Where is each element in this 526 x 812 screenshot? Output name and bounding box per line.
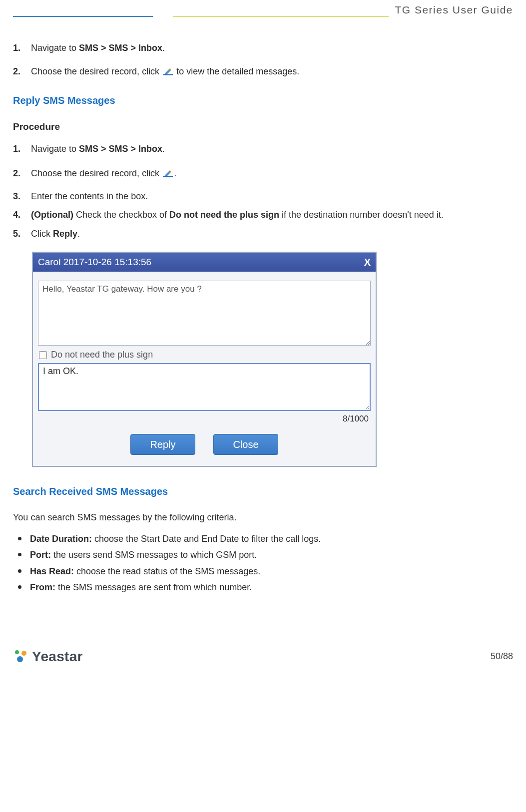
step-text: Navigate to SMS > SMS > Inbox. xyxy=(31,41,513,55)
main-content: 1. Navigate to SMS > SMS > Inbox. 2. Cho… xyxy=(0,17,526,601)
procedure-label: Procedure xyxy=(13,121,513,132)
text: Choose the desired record, click xyxy=(31,66,162,76)
header-divider-blue xyxy=(13,16,153,17)
char-counter: 8/1000 xyxy=(38,414,371,424)
svg-marker-1 xyxy=(165,69,170,74)
step-number: 2. xyxy=(13,64,31,79)
list-item: From: the SMS messages are sent from whi… xyxy=(14,579,513,595)
step-2: 2. Choose the desired record, click to v… xyxy=(13,64,513,79)
sms-reply-dialog: Carol 2017-10-26 15:13:56 X Hello, Yeast… xyxy=(32,252,377,467)
logo-icon xyxy=(13,649,28,664)
list-item: Has Read: choose the read status of the … xyxy=(14,563,513,579)
text: . xyxy=(162,144,165,154)
text: Navigate to xyxy=(31,144,79,154)
text: Check the checkbox of xyxy=(73,210,169,220)
page-title: TG Series User Guide xyxy=(395,4,513,17)
logo-text: Yeastar xyxy=(32,649,83,665)
dialog-buttons: Reply Close xyxy=(38,434,371,455)
criterion-desc: the SMS messages are sent from which num… xyxy=(55,582,252,592)
close-icon[interactable]: X xyxy=(364,257,371,268)
text: if the destination number doesn't need i… xyxy=(279,210,444,220)
plus-sign-checkbox[interactable] xyxy=(39,351,47,359)
step-3: 3. Enter the contents in the box. xyxy=(13,189,513,205)
yeastar-logo: Yeastar xyxy=(13,649,83,665)
dialog-title: Carol 2017-10-26 15:13:56 xyxy=(38,257,151,268)
step-number: 3. xyxy=(13,189,31,205)
page-footer: Yeastar 50/88 xyxy=(0,646,526,674)
reply-sms-steps: 1. Navigate to SMS > SMS > Inbox. 2. Cho… xyxy=(13,141,513,242)
step-text: (Optional) Check the checkbox of Do not … xyxy=(31,207,513,223)
criterion-desc: choose the read status of the SMS messag… xyxy=(74,566,260,576)
edit-icon xyxy=(163,167,173,175)
criterion-label: Date Duration: xyxy=(30,534,92,544)
reply-textarea[interactable]: I am OK. xyxy=(38,363,371,411)
step-text: Choose the desired record, click to view… xyxy=(31,64,513,79)
text: . xyxy=(162,43,165,53)
plus-sign-checkbox-row[interactable]: Do not need the plus sign xyxy=(39,350,371,360)
step-text: Click Reply. xyxy=(31,226,513,242)
text: Click xyxy=(31,229,53,239)
nav-path: SMS > SMS > Inbox xyxy=(79,144,162,154)
step-number: 5. xyxy=(13,226,31,242)
step-number: 4. xyxy=(13,207,31,223)
step-text: Choose the desired record, click . xyxy=(31,166,513,182)
dialog-title-bar: Carol 2017-10-26 15:13:56 X xyxy=(33,253,376,272)
criterion-label: Has Read: xyxy=(30,566,74,576)
step-number: 1. xyxy=(13,141,31,157)
optional-label: (Optional) xyxy=(31,210,73,220)
search-sms-heading: Search Received SMS Messages xyxy=(13,486,513,497)
list-item: Port: the users send SMS messages to whi… xyxy=(14,547,513,563)
button-name: Reply xyxy=(53,229,77,239)
close-button[interactable]: Close xyxy=(213,434,278,455)
criterion-desc: the users send SMS messages to which GSM… xyxy=(51,550,257,560)
text: . xyxy=(77,229,80,239)
checkbox-label: Do not need the plus sign xyxy=(51,350,153,360)
reply-button[interactable]: Reply xyxy=(130,434,195,455)
step-number: 1. xyxy=(13,41,31,55)
svg-marker-4 xyxy=(165,171,170,176)
criterion-label: Port: xyxy=(30,550,51,560)
step-number: 2. xyxy=(13,166,31,182)
search-intro: You can search SMS messages by the follo… xyxy=(13,512,513,523)
step-5: 5. Click Reply. xyxy=(13,226,513,242)
svg-point-8 xyxy=(17,656,23,662)
reply-text: I am OK. xyxy=(43,366,78,376)
text: . xyxy=(174,168,176,178)
text: Navigate to xyxy=(31,43,79,53)
page-header: TG Series User Guide xyxy=(0,0,526,17)
received-message-text: Hello, Yeastar TG gateway. How are you ? xyxy=(42,284,202,294)
step-text: Navigate to SMS > SMS > Inbox. xyxy=(31,141,513,157)
nav-path: SMS > SMS > Inbox xyxy=(79,43,162,53)
step-text: Enter the contents in the box. xyxy=(31,189,513,205)
step-2: 2. Choose the desired record, click . xyxy=(13,166,513,182)
list-item: Date Duration: choose the Start Date and… xyxy=(14,531,513,547)
svg-point-6 xyxy=(15,650,19,654)
dialog-body: Hello, Yeastar TG gateway. How are you ?… xyxy=(33,272,376,466)
view-sms-steps: 1. Navigate to SMS > SMS > Inbox. 2. Cho… xyxy=(13,41,513,79)
received-message-box[interactable]: Hello, Yeastar TG gateway. How are you ? xyxy=(38,281,371,346)
svg-point-7 xyxy=(21,651,26,656)
step-1: 1. Navigate to SMS > SMS > Inbox. xyxy=(13,141,513,157)
header-divider-yellow xyxy=(173,16,389,17)
reply-sms-heading: Reply SMS Messages xyxy=(13,95,513,106)
criterion-label: From: xyxy=(30,582,55,592)
text: Choose the desired record, click xyxy=(31,168,162,178)
step-1: 1. Navigate to SMS > SMS > Inbox. xyxy=(13,41,513,55)
search-criteria-list: Date Duration: choose the Start Date and… xyxy=(13,531,513,596)
option-name: Do not need the plus sign xyxy=(169,210,279,220)
edit-icon xyxy=(163,65,173,73)
page-number: 50/88 xyxy=(491,651,513,662)
criterion-desc: choose the Start Date and End Date to fi… xyxy=(92,534,321,544)
text: to view the detailed messages. xyxy=(176,66,299,76)
step-4: 4. (Optional) Check the checkbox of Do n… xyxy=(13,207,513,223)
